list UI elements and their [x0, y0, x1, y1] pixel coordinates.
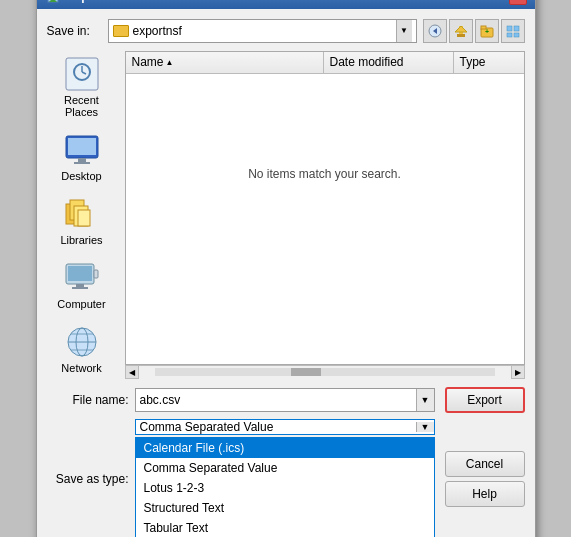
recent-places-icon [64, 56, 100, 92]
dialog-body: Save in: exportnsf ▼ [37, 9, 535, 538]
dialog-title: Export [67, 0, 105, 3]
svg-rect-14 [507, 33, 512, 37]
back-icon [428, 24, 442, 38]
col-type: Type [454, 52, 524, 73]
svg-rect-12 [507, 26, 512, 31]
up-button[interactable] [449, 19, 473, 43]
filename-input-wrap[interactable]: ▼ [135, 388, 435, 412]
views-button[interactable] [501, 19, 525, 43]
filename-row: File name: ▼ Export [47, 387, 525, 413]
svg-rect-31 [72, 287, 88, 289]
filetype-input-wrap[interactable]: Comma Separated Value ▼ [135, 419, 435, 435]
cancel-button[interactable]: Cancel [445, 451, 525, 477]
save-in-row: Save in: exportnsf ▼ [47, 19, 525, 43]
filetype-option-tabular[interactable]: Tabular Text [136, 518, 434, 538]
svg-rect-32 [94, 270, 98, 278]
folder-name: exportnsf [133, 24, 392, 38]
svg-marker-7 [455, 26, 467, 32]
filetype-label: Save as type: [47, 472, 129, 486]
new-folder-button[interactable]: + [475, 19, 499, 43]
sidebar-item-desktop[interactable]: Desktop [49, 127, 115, 187]
filetype-dropdown[interactable]: Calendar File (.ics) Comma Separated Val… [135, 437, 435, 538]
export-dialog: Export ✕ Save in: exportnsf ▼ [36, 0, 536, 537]
network-icon [64, 324, 100, 360]
close-button[interactable]: ✕ [509, 0, 527, 5]
svg-rect-16 [66, 58, 98, 90]
scroll-track [155, 368, 495, 376]
filetype-option-calendar[interactable]: Calendar File (.ics) [136, 438, 434, 458]
sidebar: Recent Places Desktop [47, 51, 117, 379]
scroll-right-button[interactable]: ▶ [511, 365, 525, 379]
computer-icon [64, 260, 100, 296]
sidebar-item-label: Recent Places [52, 94, 112, 118]
svg-rect-29 [68, 266, 92, 281]
col-name: Name ▲ [126, 52, 324, 73]
horizontal-scrollbar[interactable]: ◀ ▶ [125, 365, 525, 379]
sidebar-item-computer[interactable]: Computer [49, 255, 115, 315]
filename-label: File name: [47, 393, 129, 407]
svg-rect-27 [78, 210, 90, 226]
filetype-row: Save as type: Comma Separated Value ▼ Ca… [47, 419, 525, 538]
scroll-thumb[interactable] [291, 368, 321, 376]
views-icon [506, 24, 520, 38]
file-list-panel: Name ▲ Date modified Type No items match… [125, 51, 525, 379]
new-folder-icon: + [480, 24, 494, 38]
svg-rect-23 [74, 162, 90, 164]
col-date-modified: Date modified [324, 52, 454, 73]
sidebar-item-label: Network [61, 362, 101, 374]
svg-rect-13 [514, 26, 519, 31]
filetype-dropdown-arrow[interactable]: ▼ [416, 422, 434, 432]
folder-dropdown[interactable]: exportnsf ▼ [108, 19, 417, 43]
filetype-option-lotus[interactable]: Lotus 1-2-3 [136, 478, 434, 498]
file-list-header: Name ▲ Date modified Type [126, 52, 524, 74]
libraries-icon [64, 196, 100, 232]
svg-text:+: + [484, 28, 488, 35]
svg-rect-21 [68, 138, 96, 155]
export-dialog-icon [45, 0, 61, 4]
title-bar-left: Export [45, 0, 105, 4]
file-list-area: Name ▲ Date modified Type No items match… [125, 51, 525, 365]
help-button[interactable]: Help [445, 481, 525, 507]
filetype-area: Save as type: Comma Separated Value ▼ Ca… [47, 419, 525, 538]
scroll-left-button[interactable]: ◀ [125, 365, 139, 379]
up-icon [454, 24, 468, 38]
action-buttons: Export [441, 387, 525, 413]
filename-dropdown-arrow[interactable]: ▼ [416, 389, 434, 411]
back-button[interactable] [423, 19, 447, 43]
sidebar-item-network[interactable]: Network [49, 319, 115, 379]
sidebar-item-label: Computer [57, 298, 105, 310]
action-buttons-right: Cancel Help [441, 451, 525, 507]
sort-indicator: ▲ [166, 58, 174, 67]
filetype-value: Comma Separated Value [136, 420, 416, 434]
filetype-wrap: Comma Separated Value ▼ Calendar File (.… [135, 419, 435, 538]
desktop-icon [64, 132, 100, 168]
svg-rect-22 [78, 158, 86, 162]
filename-input[interactable] [136, 389, 416, 411]
folder-icon [113, 25, 129, 37]
toolbar-icons: + [423, 19, 525, 43]
folder-dropdown-arrow[interactable]: ▼ [396, 20, 412, 42]
filetype-option-structured[interactable]: Structured Text [136, 498, 434, 518]
sidebar-item-label: Libraries [60, 234, 102, 246]
sidebar-item-recent-places[interactable]: Recent Places [49, 51, 115, 123]
main-area: Recent Places Desktop [47, 51, 525, 379]
filetype-option-csv[interactable]: Comma Separated Value [136, 458, 434, 478]
svg-rect-15 [514, 33, 519, 37]
sidebar-item-libraries[interactable]: Libraries [49, 191, 115, 251]
sidebar-item-label: Desktop [61, 170, 101, 182]
export-button[interactable]: Export [445, 387, 525, 413]
save-in-label: Save in: [47, 24, 102, 38]
svg-rect-30 [76, 284, 84, 287]
svg-rect-8 [457, 34, 465, 37]
file-list-content: No items match your search. [126, 74, 524, 274]
title-bar: Export ✕ [37, 0, 535, 9]
